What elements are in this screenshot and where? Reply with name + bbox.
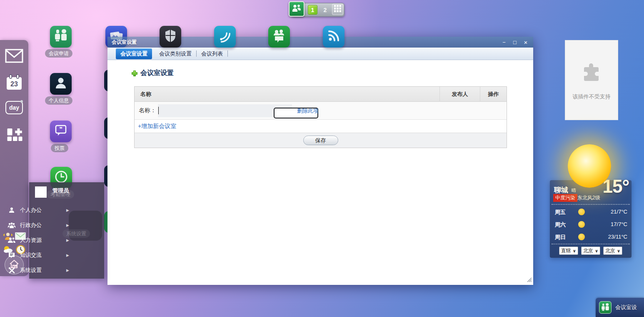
submenu-arrow-icon: ▶ [66, 223, 69, 227]
resize-handle[interactable] [527, 277, 532, 284]
chevron-down-icon: ∨ [595, 249, 598, 253]
chat-people-icon [272, 28, 287, 45]
text-caret [158, 107, 159, 114]
forecast-temp: 17/7°C [611, 221, 627, 227]
column-header-operation: 操作 [480, 87, 507, 102]
close-button[interactable]: × [522, 39, 529, 46]
tab-separator [227, 50, 228, 57]
grid-icon [334, 5, 341, 14]
room-name-input[interactable] [158, 104, 292, 117]
forecast-day: 周六 [555, 221, 566, 229]
table-footer: 保存 [135, 133, 507, 148]
taskbar-item-meeting-room[interactable]: 会议室设 [596, 298, 644, 317]
submenu-arrow-icon: ▶ [66, 253, 69, 257]
section-title: 会议室设置 [140, 69, 174, 78]
forecast-temp: 23/11°C [608, 234, 627, 240]
forecast-row: 周六 17/7°C [550, 219, 632, 230]
tab-meeting-category-settings[interactable]: 会议类别设置 [155, 48, 196, 59]
channel-select[interactable]: 直辖 ∨ [559, 247, 578, 255]
unsupported-plugin-widget: 该插件不受支持 [565, 40, 618, 120]
day-view-icon[interactable]: day [5, 101, 23, 114]
province-select[interactable]: 北京 ∨ [581, 247, 600, 255]
workspace-page-2[interactable]: 2 [320, 5, 330, 15]
desktop-label-personal-info: 个人信息 [45, 96, 72, 105]
forecast-temp: 21/7°C [611, 209, 627, 215]
name-field-label: 名称： [139, 107, 156, 114]
add-meeting-room-link[interactable]: +增加新会议室 [138, 123, 176, 130]
weather-wind: 东北风2级 [577, 194, 600, 201]
table-row: 名称： 删除此项 [135, 102, 507, 120]
svg-text:❞: ❞ [59, 126, 62, 132]
forecast-row: 周五 21/7°C [550, 206, 632, 218]
desktop-icon-forum[interactable] [268, 26, 290, 48]
chevron-down-icon: ∨ [617, 249, 620, 253]
people-icon [292, 4, 302, 15]
sun-icon [568, 144, 611, 188]
submenu-arrow-icon: ▶ [66, 208, 69, 212]
sunny-icon [578, 234, 585, 240]
city-select[interactable]: 北京 ∨ [603, 247, 622, 255]
sunny-icon [578, 209, 585, 215]
forecast-day: 周日 [555, 234, 566, 241]
desktop-icon-meeting-request[interactable] [50, 26, 72, 48]
meeting-icon [599, 301, 612, 314]
tab-bar: 会议室设置 会议类别设置 会议列表 [107, 48, 533, 60]
board-icon [7, 252, 16, 259]
user-avatar[interactable] [35, 186, 47, 198]
desktop-icon-broadcast[interactable] [214, 26, 236, 48]
weather-condition: 晴 [572, 187, 576, 194]
delete-item-link[interactable]: 删除此项 [297, 107, 319, 115]
calendar-icon[interactable]: 23 [5, 73, 24, 93]
weather-city: 聊城 [554, 185, 568, 195]
apps-grid-icon[interactable] [5, 126, 23, 143]
taskbar-item-label: 会议室设 [615, 304, 637, 311]
minimize-button[interactable]: − [501, 39, 507, 45]
chevron-down-icon: ∨ [573, 249, 576, 253]
table-row: +增加新会议室 [135, 120, 507, 133]
pollution-badge: 中度污染 [553, 194, 577, 202]
column-header-name: 名称 [135, 91, 439, 98]
forecast-row: 周日 23/11°C [550, 231, 632, 243]
window-body: 会议室设置 名称 发布人 操作 名称： 删除此项 +增加新会议室 保存 [107, 60, 533, 285]
group-icon [7, 222, 16, 229]
sunny-icon [578, 221, 585, 228]
menu-item-personal-office[interactable]: 个人办公 ▶ [0, 204, 75, 216]
dotted-separator [552, 244, 630, 244]
user-name: 管理员 [52, 187, 69, 194]
window-title: 会议室设置 [112, 39, 137, 46]
submenu-arrow-icon: ▶ [66, 238, 69, 242]
workspace-grid-button[interactable] [332, 4, 343, 15]
person-icon [54, 76, 68, 92]
mail-icon[interactable] [5, 48, 24, 64]
save-button[interactable]: 保存 [303, 136, 338, 145]
desktop-icon-rss[interactable] [323, 26, 344, 48]
workspace-page-1[interactable]: 1 [308, 5, 317, 15]
meeting-room-settings-window: 会议室设置 − □ × 会议室设置 会议类别设置 会议列表 会议室设置 名称 发… [107, 37, 533, 285]
day-label: day [9, 104, 19, 111]
desktop-icon-security[interactable] [160, 26, 181, 48]
tab-meeting-list[interactable]: 会议列表 [197, 48, 227, 59]
weather-widget: 聊城 晴 中度污染 东北风2级 15° 周五 21/7°C 周六 17/7°C … [550, 180, 632, 258]
desktop-label-meeting-request: 会议申请 [45, 49, 72, 58]
add-plus-icon[interactable] [131, 70, 138, 78]
sound-waves-icon [217, 28, 232, 45]
menu-item-admin-office[interactable]: 行政办公 ▶ [0, 219, 75, 231]
menu-item-hr[interactable]: 人力资源 ▶ [0, 234, 75, 247]
desktop-label-vote: 投票 [51, 144, 68, 152]
desktop-icon-personal-info[interactable] [50, 73, 72, 95]
menu-item-knowledge[interactable]: 知识交流 ▶ [0, 249, 75, 262]
rss-icon [327, 29, 340, 44]
two-people-icon [7, 237, 16, 244]
maximize-button[interactable]: □ [512, 39, 518, 45]
plugin-message: 该插件不受支持 [573, 93, 611, 101]
meeting-room-table: 名称 发布人 操作 名称： 删除此项 +增加新会议室 保存 [134, 86, 507, 148]
puzzle-icon [580, 62, 603, 87]
desktop-icon-vote[interactable]: ❞ [50, 121, 72, 142]
forecast-day: 周五 [555, 209, 566, 216]
workspace-app-icon[interactable] [289, 1, 305, 17]
tools-icon [7, 267, 16, 274]
tab-meeting-room-settings[interactable]: 会议室设置 [116, 48, 152, 59]
menu-item-system-settings[interactable]: 系统设置 ▶ [0, 264, 75, 277]
calendar-day-number: 23 [10, 81, 18, 88]
person-icon [7, 207, 16, 214]
